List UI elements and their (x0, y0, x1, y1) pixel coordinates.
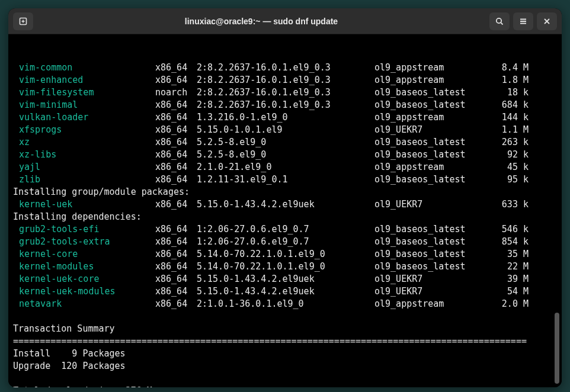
summary-line-1: Upgrade 120 Packages (13, 360, 557, 372)
transaction-summary-header: Transaction Summary (13, 323, 557, 335)
package-version: 2:8.2.2637-16.0.1.el9_0.3 (197, 62, 374, 74)
package-version: 5.2.5-8.el9_0 (197, 136, 374, 149)
package-name: xfsprogs (13, 124, 155, 136)
package-version: 5.15.0-1.43.4.2.el9uek (197, 285, 374, 298)
package-repo: ol9_baseos_latest (374, 136, 487, 149)
package-name: grub2-tools-extra (13, 236, 155, 248)
package-size: 1.8 M (487, 74, 529, 86)
package-row: xzx86_645.2.5-8.el9_0ol9_baseos_latest26… (13, 136, 557, 149)
package-version: 2:8.2.2637-16.0.1.el9_0.3 (197, 74, 374, 86)
package-version: 5.15.0-1.43.4.2.el9uek (197, 273, 374, 285)
package-arch: x86_64 (155, 161, 197, 173)
terminal-output[interactable]: vim-commonx86_642:8.2.2637-16.0.1.el9_0.… (8, 34, 562, 387)
blank-line (13, 310, 557, 323)
package-row: vim-minimalx86_642:8.2.2637-16.0.1.el9_0… (13, 99, 557, 111)
package-name: xz-libs (13, 149, 155, 161)
new-tab-button[interactable] (13, 12, 33, 30)
package-repo: ol9_UEKR7 (374, 273, 487, 285)
package-arch: x86_64 (155, 285, 197, 298)
package-row: kernel-uekx86_645.15.0-1.43.4.2.el9uekol… (13, 198, 557, 211)
package-repo: ol9_appstream (374, 161, 487, 173)
package-arch: x86_64 (155, 261, 197, 273)
package-arch: x86_64 (155, 74, 197, 86)
package-name: vim-filesystem (13, 86, 155, 99)
package-row: vim-commonx86_642:8.2.2637-16.0.1.el9_0.… (13, 62, 557, 74)
package-repo: ol9_appstream (374, 62, 487, 74)
package-size: 1.1 M (487, 124, 529, 136)
package-version: 2:1.0.1-36.0.1.el9_0 (197, 298, 374, 310)
package-repo: ol9_baseos_latest (374, 99, 487, 111)
summary-line-0: Install 9 Packages (13, 348, 557, 360)
package-size: 854 k (487, 236, 529, 248)
terminal-window: linuxiac@oracle9:~ — sudo dnf update (8, 8, 562, 387)
package-row: kernel-modulesx86_645.14.0-70.22.1.0.1.e… (13, 261, 557, 273)
package-row: zlibx86_641.2.11-31.el9_0.1ol9_baseos_la… (13, 173, 557, 186)
package-version: 1.3.216.0-1.el9_0 (197, 111, 374, 124)
hamburger-icon (518, 17, 528, 26)
package-version: 1.2.11-31.el9_0.1 (197, 173, 374, 186)
package-arch: x86_64 (155, 223, 197, 236)
package-repo: ol9_appstream (374, 111, 487, 124)
package-version: 5.15.0-1.43.4.2.el9uek (197, 198, 374, 211)
package-arch: x86_64 (155, 99, 197, 111)
package-arch: x86_64 (155, 124, 197, 136)
package-version: 5.14.0-70.22.1.0.1.el9_0 (197, 248, 374, 261)
close-button[interactable] (537, 12, 557, 30)
scrollbar[interactable] (555, 62, 561, 384)
package-repo: ol9_UEKR7 (374, 285, 487, 298)
section-header-deps: Installing dependencies: (13, 211, 557, 223)
package-row: kernel-corex86_645.14.0-70.22.1.0.1.el9_… (13, 248, 557, 261)
package-row: xz-libsx86_645.2.5-8.el9_0ol9_baseos_lat… (13, 149, 557, 161)
package-name: vim-minimal (13, 99, 155, 111)
package-repo: ol9_baseos_latest (374, 236, 487, 248)
package-version: 2.1.0-21.el9_0 (197, 161, 374, 173)
package-row: vulkan-loaderx86_641.3.216.0-1.el9_0ol9_… (13, 111, 557, 124)
package-name: vulkan-loader (13, 111, 155, 124)
package-name: kernel-core (13, 248, 155, 261)
package-arch: x86_64 (155, 173, 197, 186)
package-size: 54 M (487, 285, 529, 298)
package-row: kernel-uek-modulesx86_645.15.0-1.43.4.2.… (13, 285, 557, 298)
package-name: vim-common (13, 62, 155, 74)
package-row: netavarkx86_642:1.0.1-36.0.1.el9_0ol9_ap… (13, 298, 557, 310)
package-row: kernel-uek-corex86_645.15.0-1.43.4.2.el9… (13, 273, 557, 285)
package-repo: ol9_baseos_latest (374, 248, 487, 261)
package-row: yajlx86_642.1.0-21.el9_0ol9_appstream45 … (13, 161, 557, 173)
package-repo: ol9_appstream (374, 298, 487, 310)
package-size: 18 k (487, 86, 529, 99)
package-repo: ol9_baseos_latest (374, 261, 487, 273)
search-icon (495, 17, 504, 26)
package-version: 5.14.0-70.22.1.0.1.el9_0 (197, 261, 374, 273)
package-row: xfsprogsx86_645.15.0-1.0.1.el9ol9_UEKR71… (13, 124, 557, 136)
svg-point-3 (497, 18, 501, 23)
section-header-group: Installing group/module packages: (13, 186, 557, 198)
package-version: 5.15.0-1.0.1.el9 (197, 124, 374, 136)
package-version: 1:2.06-27.0.6.el9_0.7 (197, 223, 374, 236)
package-repo: ol9_UEKR7 (374, 124, 487, 136)
menu-button[interactable] (513, 12, 533, 30)
package-name: kernel-modules (13, 261, 155, 273)
package-arch: x86_64 (155, 298, 197, 310)
package-size: 2.0 M (487, 298, 529, 310)
search-button[interactable] (489, 12, 510, 30)
package-size: 95 k (487, 173, 529, 186)
package-name: kernel-uek-modules (13, 285, 155, 298)
package-size: 684 k (487, 99, 529, 111)
package-arch: noarch (155, 86, 197, 99)
package-arch: x86_64 (155, 273, 197, 285)
package-name: yajl (13, 161, 155, 173)
package-size: 263 k (487, 136, 529, 149)
divider: ========================================… (13, 335, 557, 348)
package-name: netavark (13, 298, 155, 310)
package-repo: ol9_baseos_latest (374, 149, 487, 161)
package-version: 2:8.2.2637-16.0.1.el9_0.3 (197, 99, 374, 111)
package-version: 2:8.2.2637-16.0.1.el9_0.3 (197, 86, 374, 99)
titlebar: linuxiac@oracle9:~ — sudo dnf update (8, 8, 562, 34)
package-name: xz (13, 136, 155, 149)
package-repo: ol9_baseos_latest (374, 173, 487, 186)
package-arch: x86_64 (155, 149, 197, 161)
blank-line (13, 372, 557, 385)
svg-line-4 (501, 23, 502, 24)
scrollbar-thumb[interactable] (555, 313, 559, 384)
package-repo: ol9_appstream (374, 74, 487, 86)
